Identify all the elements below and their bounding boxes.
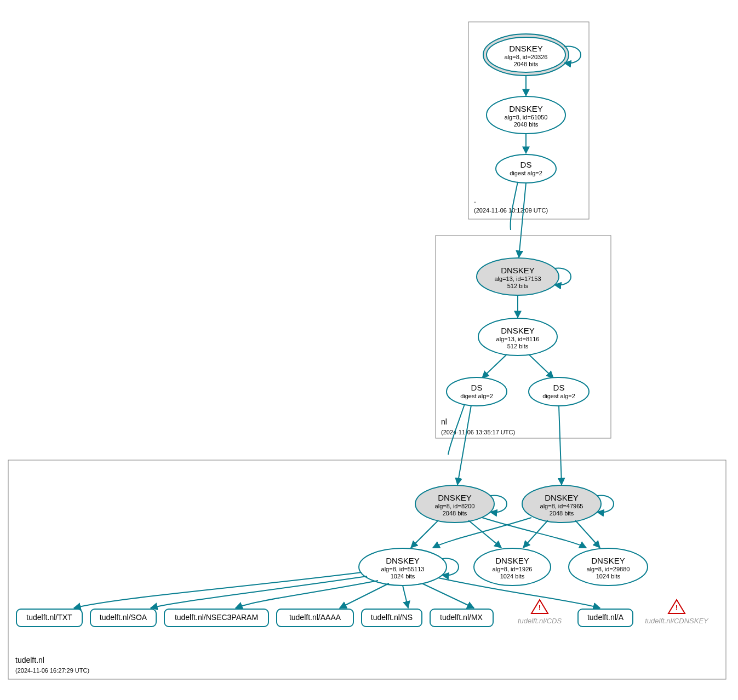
rr-txt: tudelft.nl/TXT: [16, 609, 82, 627]
svg-text:alg=8, id=47965: alg=8, id=47965: [540, 503, 583, 509]
svg-text:tudelft.nl/TXT: tudelft.nl/TXT: [26, 613, 72, 622]
edge-kska-zska: [411, 520, 438, 548]
edge-kskb-zskb: [523, 520, 548, 548]
svg-text:alg=13, id=8116: alg=13, id=8116: [496, 336, 540, 342]
edge-zska-txt: [74, 572, 362, 608]
svg-text:DS: DS: [553, 383, 565, 392]
svg-text:tudelft.nl/CDNSKEY: tudelft.nl/CDNSKEY: [645, 617, 709, 625]
svg-text:tudelft.nl/SOA: tudelft.nl/SOA: [100, 613, 147, 622]
rr-mx: tudelft.nl/MX: [430, 609, 493, 627]
node-nl-ds-a: DS digest alg=2: [447, 377, 507, 406]
warn-cdnskey: ! tudelft.nl/CDNSKEY: [645, 600, 709, 625]
svg-text:digest alg=2: digest alg=2: [542, 393, 575, 399]
rr-aaaa: tudelft.nl/AAAA: [277, 609, 353, 627]
dnssec-graph: . (2024-11-06 10:12:09 UTC) DNSKEY alg=8…: [0, 0, 738, 700]
svg-text:alg=8, id=29880: alg=8, id=29880: [587, 566, 630, 572]
node-tudelft-ksk-b: DNSKEY alg=8, id=47965 2048 bits: [522, 485, 601, 523]
zone-ts-tudelft: (2024-11-06 16:27:29 UTC): [15, 667, 89, 674]
svg-text:alg=8, id=20326: alg=8, id=20326: [505, 54, 548, 60]
zone-label-tudelft: tudelft.nl: [15, 656, 44, 664]
edge-zska-ns: [403, 586, 408, 608]
svg-text:DNSKEY: DNSKEY: [509, 44, 543, 53]
svg-text:!: !: [676, 604, 678, 612]
svg-text:512 bits: 512 bits: [507, 283, 529, 289]
svg-text:tudelft.nl/A: tudelft.nl/A: [587, 613, 624, 622]
edge-zska-aaaa: [340, 583, 389, 608]
svg-text:alg=8, id=8200: alg=8, id=8200: [435, 503, 475, 509]
svg-text:DNSKEY: DNSKEY: [545, 493, 579, 502]
svg-text:512 bits: 512 bits: [507, 343, 529, 349]
zone-ts-nl: (2024-11-06 13:35:17 UTC): [441, 429, 515, 435]
svg-text:tudelft.nl/NSEC3PARAM: tudelft.nl/NSEC3PARAM: [175, 613, 258, 622]
edge-dsb-kskb: [559, 406, 562, 485]
svg-text:tudelft.nl/MX: tudelft.nl/MX: [440, 613, 483, 622]
svg-text:tudelft.nl/NS: tudelft.nl/NS: [371, 613, 413, 622]
svg-text:DS: DS: [471, 383, 483, 392]
svg-text:2048 bits: 2048 bits: [443, 510, 467, 517]
warn-cds: ! tudelft.nl/CDS: [518, 600, 562, 625]
svg-text:1024 bits: 1024 bits: [500, 573, 525, 579]
svg-text:1024 bits: 1024 bits: [391, 573, 415, 579]
node-tudelft-zsk-b: DNSKEY alg=8, id=1926 1024 bits: [474, 548, 551, 586]
node-root-ds: DS digest alg=2: [496, 154, 556, 183]
node-nl-ksk: DNSKEY alg=13, id=17153 512 bits: [477, 258, 559, 295]
svg-text:DNSKEY: DNSKEY: [591, 556, 625, 565]
edge-root-to-nl: [519, 183, 526, 257]
edge-nl-zsk-dsb: [529, 354, 553, 378]
svg-text:alg=8, id=1926: alg=8, id=1926: [493, 566, 533, 572]
rr-ns: tudelft.nl/NS: [362, 609, 422, 627]
svg-text:alg=13, id=17153: alg=13, id=17153: [494, 276, 541, 282]
zone-ts-root: (2024-11-06 10:12:09 UTC): [474, 207, 548, 214]
node-root-zsk: DNSKEY alg=8, id=61050 2048 bits: [487, 96, 565, 134]
svg-text:DNSKEY: DNSKEY: [438, 493, 472, 502]
node-root-ksk: DNSKEY alg=8, id=20326 2048 bits: [483, 34, 569, 76]
svg-text:alg=8, id=61050: alg=8, id=61050: [505, 114, 548, 121]
zone-label-root: .: [474, 196, 476, 204]
svg-text:tudelft.nl/CDS: tudelft.nl/CDS: [518, 617, 562, 625]
rr-soa: tudelft.nl/SOA: [90, 609, 156, 627]
svg-text:2048 bits: 2048 bits: [550, 510, 574, 517]
svg-text:1024 bits: 1024 bits: [596, 573, 621, 579]
svg-text:DNSKEY: DNSKEY: [501, 266, 535, 275]
svg-text:DNSKEY: DNSKEY: [386, 556, 420, 565]
node-nl-zsk: DNSKEY alg=13, id=8116 512 bits: [478, 318, 557, 355]
svg-text:tudelft.nl/AAAA: tudelft.nl/AAAA: [289, 613, 341, 622]
node-tudelft-zsk-a: DNSKEY alg=8, id=55113 1024 bits: [359, 548, 447, 586]
svg-text:digest alg=2: digest alg=2: [460, 393, 493, 399]
svg-text:2048 bits: 2048 bits: [514, 61, 539, 67]
svg-text:2048 bits: 2048 bits: [514, 121, 539, 128]
rr-a: tudelft.nl/A: [578, 609, 633, 627]
svg-text:alg=8, id=55113: alg=8, id=55113: [381, 566, 425, 572]
node-tudelft-ksk-a: DNSKEY alg=8, id=8200 2048 bits: [415, 485, 494, 523]
svg-text:DS: DS: [520, 160, 532, 169]
edge-root-to-nl-thick: [511, 182, 518, 230]
svg-text:digest alg=2: digest alg=2: [510, 170, 542, 176]
edge-kskb-zskc: [575, 520, 600, 548]
svg-text:DNSKEY: DNSKEY: [495, 556, 529, 565]
edge-zska-mx: [422, 583, 474, 608]
node-nl-ds-b: DS digest alg=2: [529, 377, 589, 406]
svg-text:DNSKEY: DNSKEY: [501, 326, 535, 335]
zone-label-nl: nl: [441, 417, 447, 426]
edge-nl-zsk-dsa: [482, 354, 507, 378]
rr-nsec3param: tudelft.nl/NSEC3PARAM: [164, 609, 268, 627]
svg-text:DNSKEY: DNSKEY: [509, 104, 543, 113]
node-tudelft-zsk-c: DNSKEY alg=8, id=29880 1024 bits: [569, 548, 648, 586]
svg-text:!: !: [539, 604, 541, 612]
